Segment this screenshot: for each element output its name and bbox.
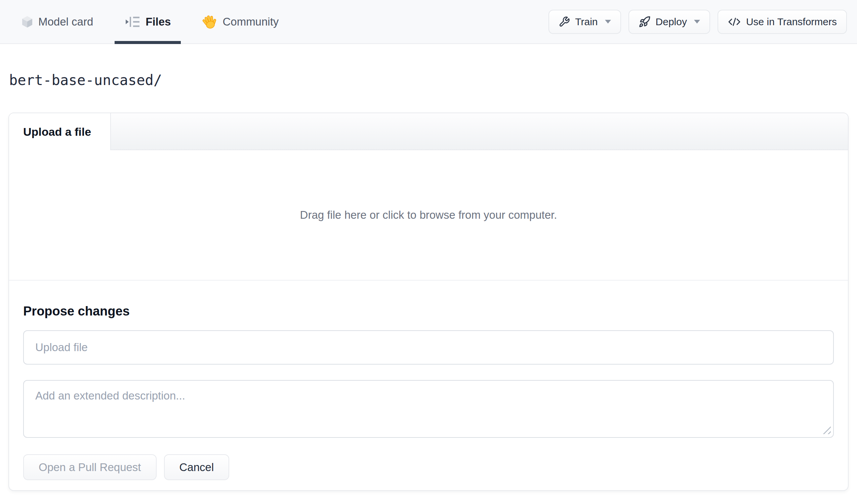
- upload-card-header: Upload a file: [9, 113, 848, 150]
- cancel-button[interactable]: Cancel: [164, 454, 230, 480]
- open-pull-request-button[interactable]: Open a Pull Request: [23, 454, 157, 480]
- tab-upload-a-file-label: Upload a file: [23, 125, 91, 138]
- propose-changes-heading: Propose changes: [23, 303, 834, 320]
- use-in-transformers-label: Use in Transformers: [746, 16, 837, 28]
- form-actions: Open a Pull Request Cancel: [23, 454, 834, 480]
- dropzone-text: Drag file here or click to browse from y…: [300, 209, 557, 221]
- tab-model-card[interactable]: Model card: [21, 0, 93, 43]
- use-in-transformers-button[interactable]: Use in Transformers: [718, 10, 847, 34]
- train-button[interactable]: Train: [549, 10, 621, 34]
- extended-description-textarea[interactable]: [23, 380, 834, 438]
- breadcrumb[interactable]: bert-base-uncased/: [9, 70, 162, 90]
- upload-file-input[interactable]: [23, 330, 834, 365]
- card-header-filler: [111, 113, 848, 150]
- nav-actions: Train Deploy Use in Transformers: [549, 0, 857, 43]
- tab-community[interactable]: Community: [202, 0, 279, 43]
- deploy-button[interactable]: Deploy: [628, 10, 710, 34]
- code-icon: [728, 16, 741, 27]
- tab-community-label: Community: [222, 15, 279, 28]
- rocket-icon: [639, 16, 651, 28]
- wrench-icon: [558, 16, 570, 28]
- waving-hand-icon: [202, 14, 217, 29]
- repo-nav: Model card Files: [0, 0, 857, 44]
- propose-changes-section: Propose changes Open a Pull Request Canc…: [9, 281, 848, 491]
- upload-card: Upload a file Drag file here or click to…: [9, 113, 848, 491]
- chevron-down-icon: [694, 20, 700, 23]
- chevron-down-icon: [605, 20, 611, 23]
- tab-files-label: Files: [146, 15, 171, 28]
- tab-upload-a-file[interactable]: Upload a file: [9, 113, 111, 150]
- tab-model-card-label: Model card: [38, 15, 93, 28]
- train-button-label: Train: [575, 16, 598, 28]
- cube-icon: [21, 15, 33, 28]
- description-field-wrap: [23, 380, 834, 438]
- deploy-button-label: Deploy: [656, 16, 687, 28]
- file-dropzone[interactable]: Drag file here or click to browse from y…: [9, 150, 848, 281]
- tab-files[interactable]: Files: [115, 0, 181, 43]
- files-icon: [125, 16, 140, 28]
- repo-tabs: Model card Files: [0, 0, 279, 43]
- active-tab-underline: [115, 41, 181, 44]
